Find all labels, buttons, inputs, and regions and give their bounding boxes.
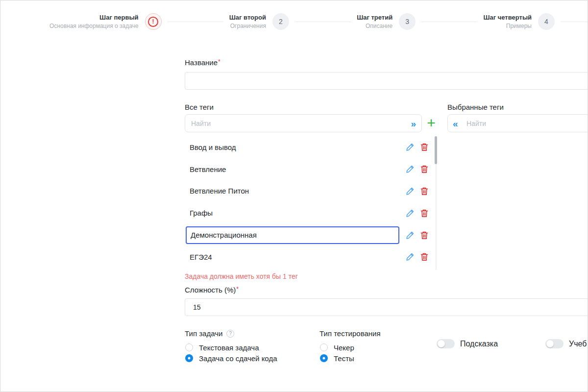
task-type-label-text: Тип задачи [185, 329, 222, 338]
difficulty-input[interactable] [185, 298, 588, 316]
radio-option-tests[interactable]: Тесты [320, 353, 354, 364]
radio-option-checker[interactable]: Чекер [320, 342, 354, 353]
task-wizard-page: Шаг первый Основная информация о задаче … [0, 0, 588, 392]
tag-edit-input[interactable] [186, 226, 399, 244]
radio-label: Задача со сдачей кода [199, 354, 277, 363]
edit-tag-icon[interactable] [406, 252, 415, 261]
step-2[interactable]: Шаг второй Ограничения 2 [229, 13, 289, 30]
delete-tag-icon[interactable] [420, 165, 429, 173]
tag-row: Ввод и вывод [185, 136, 431, 158]
step-subtitle: Описание [357, 22, 392, 30]
step-subtitle: Примеры [483, 22, 532, 30]
radio-label: Текстовая задача [199, 343, 259, 352]
step-error-icon: ! [145, 13, 162, 30]
tag-row: ЕГЭ24 [185, 246, 431, 268]
step-connector [168, 22, 223, 22]
edit-tag-icon[interactable] [406, 209, 415, 218]
selected-tags-search-wrap: « [447, 114, 588, 132]
step-2-labels: Шаг второй Ограничения [229, 13, 266, 30]
step-connector [421, 22, 477, 22]
testing-type-options: Чекер Тесты [320, 342, 354, 364]
radio-label: Тесты [334, 354, 354, 363]
step-subtitle: Ограничения [229, 22, 266, 30]
step-1-labels: Шаг первый Основная информация о задаче [49, 13, 139, 30]
hint-toggle[interactable] [437, 339, 455, 348]
add-tag-button[interactable]: + [424, 115, 439, 132]
edit-tag-icon[interactable] [406, 231, 415, 240]
tag-label: Графы [190, 209, 213, 217]
edit-tag-icon[interactable] [406, 165, 415, 173]
name-label: Название* [185, 58, 220, 67]
radio-icon[interactable] [185, 354, 193, 362]
tag-list-scrollbar-thumb[interactable] [435, 136, 437, 164]
task-type-options: Текстовая задача Задача со сдачей кода [185, 342, 277, 364]
hint-toggle-label: Подсказка [460, 340, 498, 348]
all-tags-search-wrap: » [185, 114, 422, 132]
tag-label: ЕГЭ24 [190, 253, 212, 261]
tag-label: Ввод и вывод [190, 143, 236, 151]
step-number-badge: 4 [538, 13, 555, 30]
delete-tag-icon[interactable] [420, 187, 429, 196]
tags-error-message: Задача должна иметь хотя бы 1 тег [185, 272, 298, 280]
step-connector [561, 22, 588, 22]
task-type-label: Тип задачи ? [185, 329, 234, 338]
move-all-right-icon[interactable]: » [411, 119, 416, 128]
required-asterisk: * [236, 286, 239, 293]
step-3-labels: Шаг третий Описание [357, 13, 392, 30]
step-title: Шаг первый [49, 13, 139, 22]
testing-type-label: Тип тестирования [319, 329, 381, 338]
radio-icon[interactable] [185, 343, 193, 351]
radio-option-code-task[interactable]: Задача со сдачей кода [185, 353, 277, 364]
tag-label: Ветвление Питон [190, 187, 249, 195]
tag-row: Графы [185, 202, 431, 224]
hint-toggle-row: Подсказка [437, 339, 498, 348]
step-3[interactable]: Шаг третий Описание 3 [357, 13, 416, 30]
delete-tag-icon[interactable] [420, 209, 429, 218]
delete-tag-icon[interactable] [420, 143, 429, 151]
step-number-badge: 3 [399, 13, 416, 30]
step-4[interactable]: Шаг четвертый Примеры 4 [483, 13, 555, 30]
radio-option-text-task[interactable]: Текстовая задача [185, 342, 277, 353]
step-1[interactable]: Шаг первый Основная информация о задаче … [49, 13, 162, 30]
all-tags-label: Все теги [185, 103, 214, 111]
toggle-knob [438, 340, 445, 347]
required-asterisk: * [218, 58, 220, 65]
training-toggle-label: Учеб [569, 340, 587, 348]
radio-icon[interactable] [320, 343, 328, 351]
name-input[interactable] [185, 72, 588, 90]
tag-row: Ветвление Питон [185, 180, 431, 202]
selected-tags-search-input[interactable] [447, 114, 588, 132]
step-connector [295, 22, 351, 22]
tag-row [185, 224, 431, 246]
tag-list: Ввод и вывод Ветвление Ветвление Питон [185, 136, 431, 268]
training-toggle-row: Учеб [545, 339, 587, 348]
selected-tags-label: Выбранные теги [447, 103, 504, 111]
move-all-left-icon[interactable]: « [453, 119, 458, 128]
all-tags-search-input[interactable] [185, 114, 422, 132]
toggle-knob [546, 340, 554, 347]
exclamation-icon: ! [148, 17, 158, 27]
step-title: Шаг четвертый [483, 13, 532, 22]
help-icon[interactable]: ? [226, 330, 234, 338]
edit-tag-icon[interactable] [406, 187, 415, 196]
step-4-labels: Шаг четвертый Примеры [483, 13, 532, 30]
edit-tag-icon[interactable] [406, 143, 415, 151]
step-title: Шаг третий [357, 13, 392, 22]
delete-tag-icon[interactable] [420, 252, 429, 261]
tag-row: Ветвление [185, 158, 431, 180]
tag-label: Ветвление [190, 165, 226, 173]
radio-label: Чекер [334, 343, 354, 352]
training-toggle[interactable] [545, 339, 564, 348]
stepper: Шаг первый Основная информация о задаче … [0, 0, 588, 43]
name-label-text: Название [185, 58, 218, 67]
difficulty-label: Сложность (%)* [185, 286, 239, 294]
step-title: Шаг второй [229, 13, 266, 22]
delete-tag-icon[interactable] [420, 231, 429, 240]
radio-icon[interactable] [320, 354, 328, 362]
step-number-badge: 2 [272, 13, 289, 30]
difficulty-label-text: Сложность (%) [185, 286, 236, 294]
step-subtitle: Основная информация о задаче [49, 22, 139, 30]
